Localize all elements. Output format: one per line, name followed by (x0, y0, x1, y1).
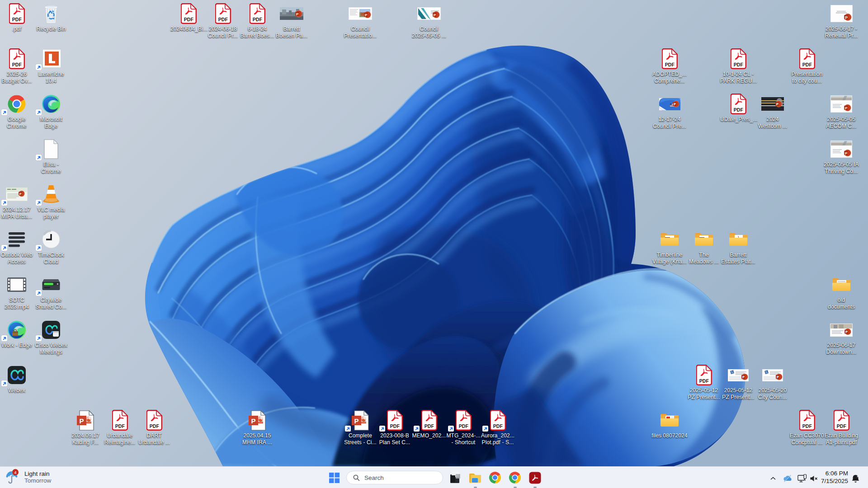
svg-text:z: z (857, 474, 859, 478)
svg-text:4: 4 (14, 470, 16, 475)
